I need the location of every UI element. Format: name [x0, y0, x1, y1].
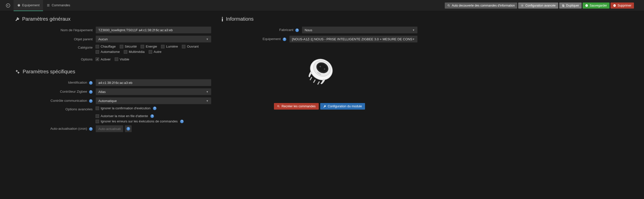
help-icon[interactable]: ?	[180, 120, 184, 123]
comm-control-select[interactable]: Automatique ▼	[96, 97, 211, 104]
checkbox-activate[interactable]	[96, 57, 99, 61]
check-label: Ignorer la confirmation d'exécution	[101, 106, 150, 110]
label-advanced-options: Options avancées	[15, 106, 96, 111]
help-icon[interactable]: ?	[89, 90, 93, 94]
check-label: Autoriser la mise en file d'attente	[101, 114, 148, 118]
label-equipment: Equipement ?	[221, 37, 289, 41]
wrench-icon	[15, 17, 20, 21]
button-label: Configuration avancée	[525, 4, 555, 7]
tab-label: Commandes	[52, 3, 70, 7]
tab-commands[interactable]: Commandes	[43, 0, 74, 11]
svg-rect-12	[614, 5, 615, 6]
parent-object-select[interactable]: Aucun ▼	[96, 36, 211, 43]
label-zigbee-controller: Contrôleur Zigbee ?	[15, 90, 96, 94]
delete-button[interactable]: Supprimer	[611, 3, 634, 9]
select-value: Nous	[305, 28, 312, 32]
tab-equipment[interactable]: Equipement	[14, 0, 43, 11]
svg-rect-25	[317, 81, 320, 85]
checkbox-ignore-cmd-errors[interactable]	[96, 120, 99, 123]
svg-point-27	[277, 105, 279, 107]
checkbox-multimedia[interactable]	[124, 50, 127, 54]
checkbox-security[interactable]	[120, 45, 123, 48]
svg-rect-23	[310, 77, 312, 80]
help-icon[interactable]: ?	[150, 114, 154, 118]
checkbox-ignore-exec-confirm[interactable]	[96, 107, 99, 110]
checkbox-automation[interactable]	[96, 50, 99, 54]
help-icon[interactable]: ?	[89, 99, 93, 103]
button-label: Supprimer	[618, 4, 631, 7]
select-value: [NOUS-A1Z-1] NOUS - PRISE INTELLIGENTE Z…	[292, 37, 413, 41]
general-params-title: Paramètres généraux	[15, 16, 211, 22]
button-label: Configuration du module	[328, 105, 362, 108]
checkbox-opening[interactable]	[182, 45, 185, 48]
equipment-name-input[interactable]	[96, 26, 211, 34]
specific-params-title: Paramètres spécifiques	[15, 69, 211, 75]
minus-circle-icon	[613, 4, 616, 7]
check-label: Chauffage	[101, 45, 116, 48]
checkbox-visible[interactable]	[115, 57, 118, 61]
back-button[interactable]	[5, 3, 11, 9]
check-label: Lumière	[166, 45, 178, 48]
informations-title: Informations	[221, 16, 418, 22]
svg-point-6	[448, 5, 449, 6]
dashboard-icon	[17, 4, 21, 7]
device-image: nous	[297, 50, 342, 95]
check-circle-icon	[585, 4, 588, 7]
svg-rect-3	[47, 4, 50, 4]
check-label: Ouvrant	[187, 45, 198, 48]
check-label: Autre	[154, 50, 162, 54]
svg-point-7	[522, 5, 523, 6]
help-icon[interactable]: ?	[89, 127, 93, 131]
module-config-button[interactable]: Configuration du module	[320, 103, 365, 110]
help-icon: ?	[127, 127, 130, 130]
check-label: Automatisme	[101, 50, 120, 54]
help-icon[interactable]: ?	[295, 28, 299, 32]
duplicate-button[interactable]: Dupliquer	[559, 3, 582, 9]
label-identification: Identification ?	[15, 81, 96, 85]
auto-refresh-input[interactable]	[96, 125, 123, 132]
manufacturer-select[interactable]: Nous ▼	[302, 26, 418, 34]
label-equipment-name: Nom de l'équipement	[15, 28, 96, 32]
tab-label: Equipement	[22, 3, 39, 7]
checkbox-allow-queue[interactable]	[96, 114, 99, 118]
select-value: Aucun	[98, 37, 108, 41]
recreate-commands-button[interactable]: Recréer les commandes	[274, 103, 318, 110]
check-label: Multimédia	[129, 50, 145, 54]
svg-point-13	[16, 70, 17, 72]
svg-point-0	[6, 4, 10, 7]
advanced-config-button[interactable]: Configuration avancée	[518, 3, 558, 9]
help-icon[interactable]: ?	[153, 107, 156, 110]
svg-rect-4	[47, 5, 50, 5]
copy-icon	[562, 4, 565, 7]
equipment-select[interactable]: [NOUS-A1Z-1] NOUS - PRISE INTELLIGENTE Z…	[289, 36, 418, 43]
select-value: Automatique	[98, 99, 117, 103]
chevron-down-icon: ▼	[206, 90, 209, 93]
select-value: Atlas	[98, 90, 106, 94]
help-icon[interactable]: ?	[283, 38, 286, 41]
check-label: Activer	[101, 57, 111, 61]
checkbox-light[interactable]	[161, 45, 165, 48]
label-manufacturer: Fabricant ?	[221, 28, 302, 32]
label-options: Options	[15, 57, 96, 61]
checkbox-energy[interactable]	[141, 45, 144, 48]
check-label: Visible	[120, 57, 129, 61]
auto-discover-button[interactable]: Auto decouverte des commandes d'informat…	[445, 3, 517, 9]
chevron-down-icon: ▼	[206, 100, 209, 102]
list-icon	[47, 4, 50, 7]
label-comm-control: Contrôle communication ?	[15, 99, 96, 103]
gears-icon	[15, 69, 20, 74]
identification-input[interactable]	[96, 79, 211, 86]
svg-point-15	[222, 17, 223, 18]
search-icon	[277, 105, 280, 108]
button-label: Auto decouverte des commandes d'informat…	[452, 4, 515, 7]
help-icon[interactable]: ?	[89, 81, 93, 85]
zigbee-controller-select[interactable]: Atlas ▼	[96, 88, 211, 95]
checkbox-other[interactable]	[149, 50, 152, 54]
svg-rect-24	[313, 79, 315, 83]
checkbox-heating[interactable]	[96, 45, 99, 48]
save-button[interactable]: Sauvegarder	[583, 3, 610, 9]
info-icon	[221, 17, 223, 22]
chevron-down-icon: ▼	[412, 29, 415, 31]
label-category: Catégorie	[15, 45, 96, 49]
cron-help-button[interactable]: ?	[125, 125, 132, 132]
